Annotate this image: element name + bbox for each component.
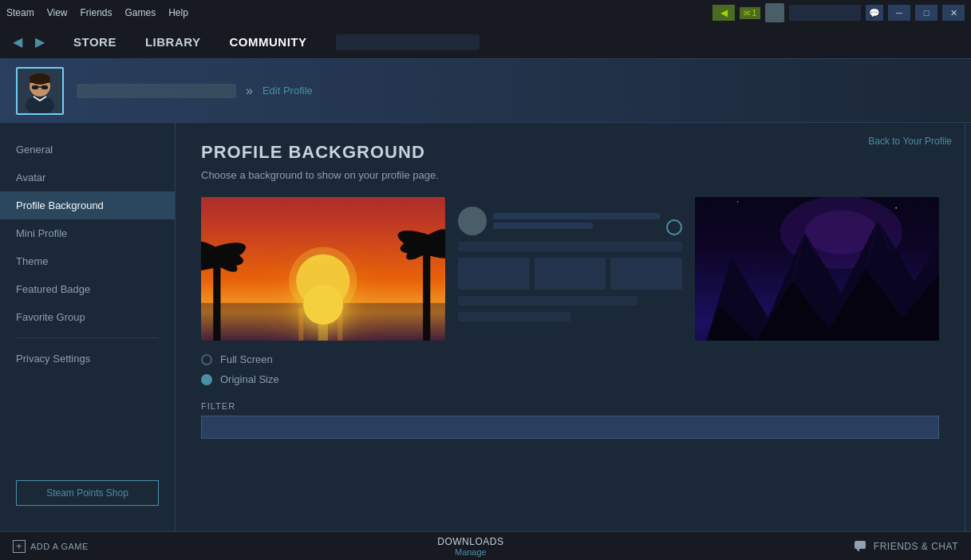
sunset-svg	[201, 197, 445, 341]
svg-rect-4	[30, 77, 50, 83]
menu-games[interactable]: Games	[125, 7, 156, 18]
forward-button[interactable]: ▶	[32, 31, 48, 53]
sidebar-item-theme[interactable]: Theme	[0, 247, 175, 275]
sidebar-item-profile-background[interactable]: Profile Background	[0, 191, 175, 219]
preview-box-3	[610, 258, 682, 290]
add-game-label: ADD A GAME	[30, 542, 89, 551]
preview-boxes	[458, 258, 683, 290]
display-option-original[interactable]: Original Size	[201, 373, 939, 385]
bottom-center: DOWNLOADS Manage	[437, 536, 503, 557]
avatar-image	[18, 69, 62, 113]
manage-link[interactable]: Manage	[455, 547, 487, 557]
plus-icon: +	[13, 540, 26, 553]
radio-fullscreen[interactable]	[201, 354, 212, 365]
preview-line-1	[493, 213, 661, 219]
chat-svg	[855, 541, 867, 552]
filter-input[interactable]	[201, 416, 939, 439]
close-button[interactable]: ✕	[942, 5, 965, 21]
svg-rect-14	[337, 308, 342, 341]
profile-name	[77, 84, 236, 98]
bottom-bar: + ADD A GAME DOWNLOADS Manage FRIENDS & …	[0, 531, 971, 560]
svg-rect-12	[298, 308, 303, 341]
bg-option-mountain[interactable]	[695, 197, 939, 341]
back-button[interactable]: ◀	[10, 31, 26, 53]
bottom-left: + ADD A GAME	[13, 540, 89, 553]
sidebar-divider	[16, 337, 159, 338]
display-option-fullscreen[interactable]: Full Screen	[201, 353, 939, 365]
sidebar-nav: General Avatar Profile Background Mini P…	[0, 136, 175, 373]
chat-bubble-icon	[853, 538, 869, 554]
profile-header: » Edit Profile	[0, 59, 971, 123]
tab-community[interactable]: COMMUNITY	[217, 29, 320, 55]
nav-username	[336, 34, 480, 50]
notification-count: 1	[752, 9, 756, 18]
svg-point-35	[737, 201, 739, 203]
svg-rect-6	[41, 85, 48, 89]
nav-user-area	[336, 34, 480, 50]
preview-box-2	[535, 258, 606, 290]
preview-box-1	[458, 258, 530, 290]
menu-view[interactable]: View	[47, 7, 68, 18]
page-scrollbar[interactable]	[965, 123, 971, 531]
svg-rect-20	[423, 244, 430, 341]
svg-rect-13	[318, 303, 328, 341]
edit-separator: »	[246, 84, 253, 98]
friends-chat-label: FRIENDS & CHAT	[874, 541, 958, 552]
profile-info: » Edit Profile	[77, 84, 313, 98]
sidebar-item-avatar[interactable]: Avatar	[0, 164, 175, 191]
bottom-right: FRIENDS & CHAT	[853, 538, 958, 554]
title-bar: Steam View Friends Games Help ◀ ✉ 1 💬 ─ …	[0, 0, 971, 26]
notification-button[interactable]: ◀	[712, 5, 735, 21]
sidebar-item-privacy-settings[interactable]: Privacy Settings	[0, 345, 175, 373]
preview-lines	[493, 213, 661, 229]
preview-select-3	[458, 312, 570, 321]
sidebar-item-general[interactable]: General	[0, 136, 175, 164]
menu-help[interactable]: Help	[168, 7, 188, 18]
sidebar: General Avatar Profile Background Mini P…	[0, 123, 176, 531]
envelope-icon: ✉	[744, 9, 750, 18]
tab-library[interactable]: LIBRARY	[132, 29, 214, 55]
preview-line-2	[493, 223, 594, 229]
menu-steam[interactable]: Steam	[6, 7, 34, 18]
radio-original[interactable]	[201, 374, 212, 385]
chat-icon: 💬	[869, 8, 880, 18]
display-options: Full Screen Original Size	[201, 353, 939, 385]
bg-profile-preview-content	[448, 197, 693, 341]
preview-avatar-circle	[458, 207, 487, 235]
title-bar-right: ◀ ✉ 1 💬 ─ □ ✕	[712, 3, 965, 22]
mountain-svg	[695, 197, 939, 341]
title-avatar[interactable]	[765, 3, 784, 22]
svg-point-37	[896, 207, 898, 209]
fullscreen-label: Full Screen	[220, 353, 273, 365]
sidebar-item-featured-badge[interactable]: Featured Badge	[0, 275, 175, 303]
back-icon: ◀	[720, 7, 728, 18]
svg-marker-43	[856, 549, 859, 552]
svg-rect-5	[32, 85, 38, 89]
preview-select-2	[458, 296, 637, 306]
filter-label: FILTER	[201, 401, 939, 411]
sidebar-item-mini-profile[interactable]: Mini Profile	[0, 219, 175, 247]
profile-avatar	[16, 67, 64, 115]
notification-badge[interactable]: ✉ 1	[740, 7, 760, 19]
bg-sunset-preview	[201, 197, 445, 341]
downloads-label: DOWNLOADS	[437, 536, 503, 547]
content-area: Back to Your Profile PROFILE BACKGROUND …	[176, 123, 965, 531]
restore-button[interactable]: □	[915, 5, 937, 21]
steam-points-shop-button[interactable]: Steam Points Shop	[16, 480, 159, 506]
original-label: Original Size	[220, 373, 279, 385]
title-chat-icon[interactable]: 💬	[866, 5, 883, 21]
tab-store[interactable]: STORE	[61, 29, 129, 55]
add-game-button[interactable]: + ADD A GAME	[13, 540, 89, 553]
friends-chat-button[interactable]: FRIENDS & CHAT	[853, 538, 958, 554]
preview-circle-btn	[666, 219, 682, 235]
edit-profile-link[interactable]: Edit Profile	[262, 85, 313, 97]
sidebar-bottom: Steam Points Shop	[0, 467, 175, 519]
bg-option-profile-preview[interactable]	[448, 197, 693, 341]
minimize-button[interactable]: ─	[888, 5, 910, 21]
svg-rect-15	[213, 257, 220, 341]
main-content: General Avatar Profile Background Mini P…	[0, 123, 971, 531]
menu-friends[interactable]: Friends	[80, 7, 112, 18]
sidebar-item-favorite-group[interactable]: Favorite Group	[0, 303, 175, 331]
bg-option-sunset[interactable]	[201, 197, 445, 341]
back-to-profile-link[interactable]: Back to Your Profile	[868, 136, 952, 147]
